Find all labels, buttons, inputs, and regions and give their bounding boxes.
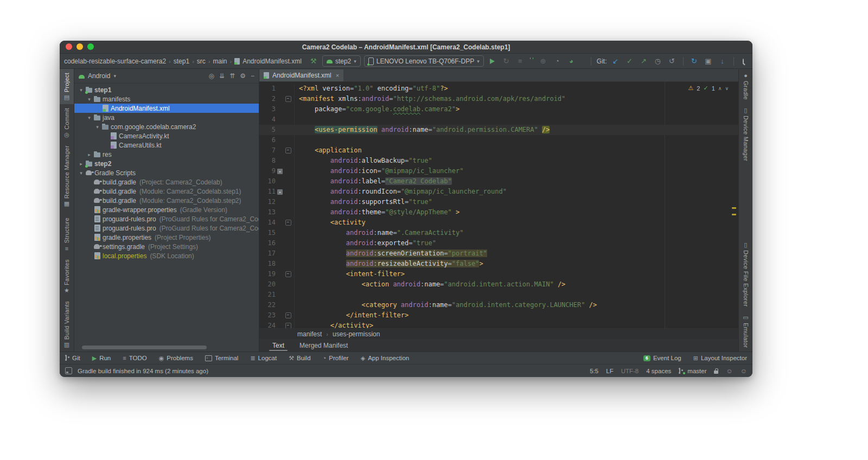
tree-item-step1[interactable]: ▾step1	[74, 85, 259, 94]
tool-window-button-problems[interactable]: ◉Problems	[159, 355, 193, 361]
status-message[interactable]: Gradle build finished in 924 ms (2 minut…	[78, 368, 208, 374]
gradle-sync-icon[interactable]: ↻	[689, 57, 700, 65]
tool-window-button-event-log[interactable]: 6Event Log	[643, 355, 681, 361]
breadcrumb-manifest[interactable]: manifest	[297, 330, 322, 338]
apply-code-changes-icon[interactable]: ≡	[515, 57, 526, 65]
tool-window-button-run[interactable]: ▶Run	[92, 355, 111, 361]
tool-window-button-terminal[interactable]: >Terminal	[205, 355, 238, 361]
image-preview-icon[interactable]: ▴	[277, 189, 283, 195]
breadcrumb-project[interactable]: codelab-resizable-surface-camera2	[64, 58, 166, 65]
stripe-item-build-variants[interactable]: Build Variants▥	[60, 297, 74, 352]
git-history-icon[interactable]: ◷	[653, 57, 663, 65]
stripe-item-commit[interactable]: Commit◎	[60, 104, 74, 142]
tool-window-button-profiler[interactable]: ◔Profiler	[323, 355, 349, 361]
profiler-icon[interactable]: ◔	[552, 57, 563, 65]
tree-item-com-google-codelab-camera2[interactable]: ▾com.google.codelab.camera2	[74, 122, 259, 131]
apply-changes-icon[interactable]: ↻	[501, 57, 512, 65]
next-problem-icon[interactable]: ∨	[725, 86, 729, 91]
close-button[interactable]	[66, 43, 72, 50]
device-manager-icon[interactable]: ▣	[703, 57, 714, 65]
stripe-item-device-file-explorer[interactable]: ▯Device File Explorer	[739, 238, 752, 310]
run-button[interactable]	[490, 59, 495, 64]
stripe-item-emulator[interactable]: ▭Emulator	[739, 311, 752, 352]
breadcrumb-uses-permission[interactable]: uses-permission	[333, 330, 380, 338]
stripe-item-favorites[interactable]: Favorites★	[60, 255, 74, 297]
tree-item-androidmanifest-xml[interactable]: AndroidManifest.xml	[74, 104, 259, 113]
git-push-icon[interactable]: ↗	[639, 57, 649, 65]
tree-item-gradle-properties[interactable]: gradle.properties(Project Properties)	[74, 233, 259, 242]
tool-window-button-git[interactable]: Git	[65, 355, 80, 361]
chevron-down-icon[interactable]: ▾	[113, 73, 116, 79]
analysis-warning-tick[interactable]	[732, 214, 736, 215]
tree-item-build-gradle[interactable]: build.gradle(Project: Camera2_Codelab)	[74, 177, 259, 187]
tool-window-button-logcat[interactable]: ≣Logcat	[250, 355, 277, 361]
editor-tab-androidmanifest[interactable]: AndroidManifest.xml ×	[259, 69, 343, 81]
prev-problem-icon[interactable]: ∧	[718, 86, 722, 91]
profile-run-icon[interactable]: ◕	[566, 57, 577, 65]
tool-window-button-app-inspection[interactable]: ◈App Inspection	[361, 355, 410, 361]
project-error-icon[interactable]: ☺	[741, 367, 747, 375]
stripe-item-project[interactable]: Project▤	[60, 69, 74, 104]
tree-item-gradle-scripts[interactable]: ▾Gradle Scripts	[74, 168, 259, 177]
tree-item-manifests[interactable]: ▾manifests	[74, 94, 259, 104]
tool-window-button-todo[interactable]: ≡TODO	[123, 355, 146, 361]
stripe-item-resource-manager[interactable]: Resource Manager▦	[60, 142, 74, 210]
collapse-all-icon[interactable]: ⇈	[229, 72, 235, 80]
tree-item-proguard-rules-pro[interactable]: proguard-rules.pro(ProGuard Rules for Ca…	[74, 214, 259, 223]
tree-item-cameraactivity-kt[interactable]: CameraActivity.kt	[74, 131, 259, 140]
breadcrumb-step1[interactable]: step1	[174, 58, 189, 65]
tree-item-step2[interactable]: ▸step2	[74, 159, 259, 168]
fold-marker-icon[interactable]: −	[285, 96, 291, 102]
fold-marker-icon[interactable]: −	[285, 271, 291, 277]
analysis-warning-tick[interactable]	[732, 207, 736, 209]
tree-item-java[interactable]: ▾java	[74, 113, 259, 122]
project-view-mode[interactable]: Android	[88, 72, 110, 80]
run-configuration-select[interactable]: step2 ▾	[322, 55, 361, 67]
tree-item-camerautils-kt[interactable]: CameraUtils.kt	[74, 140, 259, 150]
indent-setting[interactable]: 4 spaces	[646, 368, 671, 374]
stripe-item-structure[interactable]: Structure≡	[60, 214, 74, 255]
git-branch-widget[interactable]: master	[679, 368, 706, 374]
settings-icon[interactable]: ⚙	[750, 57, 753, 65]
tree-item-local-properties[interactable]: local.properties(SDK Location)	[74, 251, 259, 260]
tool-window-button-build[interactable]: ⚒Build	[289, 355, 310, 361]
sdk-manager-icon[interactable]: ↓	[717, 57, 728, 65]
locate-file-icon[interactable]: ◎	[209, 72, 214, 80]
tree-item-settings-gradle[interactable]: settings.gradle(Project Settings)	[74, 242, 259, 251]
tree-item-build-gradle[interactable]: build.gradle(Module: Camera2_Codelab.ste…	[74, 187, 259, 196]
file-encoding[interactable]: UTF-8	[621, 368, 639, 374]
breadcrumb-file[interactable]: AndroidManifest.xml	[242, 58, 302, 65]
fold-marker-icon[interactable]: −	[285, 312, 291, 318]
attach-debugger-icon[interactable]: ⊕	[538, 57, 548, 65]
editor-bottom-tab-merged-manifest[interactable]: Merged Manifest	[293, 339, 354, 352]
tree-item-proguard-rules-pro[interactable]: proguard-rules.pro(ProGuard Rules for Ca…	[74, 223, 259, 233]
editor-bottom-tab-text[interactable]: Text	[266, 339, 291, 352]
fold-marker-icon[interactable]: −	[285, 220, 291, 226]
build-hammer-icon[interactable]: ⚒	[308, 57, 319, 65]
caret-position[interactable]: 5:5	[590, 368, 598, 374]
expand-all-icon[interactable]: ⇊	[219, 72, 225, 80]
inspections-widget[interactable]: ⚠ 2 ✓ 1 ∧ ∨	[688, 85, 729, 92]
git-commit-icon[interactable]: ✓	[624, 57, 635, 65]
search-everywhere-icon[interactable]	[743, 59, 744, 64]
zoom-button[interactable]	[87, 43, 94, 50]
tree-item-build-gradle[interactable]: build.gradle(Module: Camera2_Codelab.ste…	[74, 196, 259, 205]
panel-settings-icon[interactable]: ⚙	[240, 72, 246, 80]
tool-window-toggle-icon[interactable]	[65, 367, 72, 374]
tree-item-gradle-wrapper-properties[interactable]: gradle-wrapper.properties(Gradle Version…	[74, 205, 259, 214]
stripe-item-gradle[interactable]: ●Gradle	[739, 69, 752, 104]
close-tab-icon[interactable]: ×	[336, 72, 339, 79]
tool-window-button-layout-inspector[interactable]: ⊞Layout Inspector	[693, 355, 747, 361]
stripe-item-device-manager[interactable]: ▯Device Manager	[739, 104, 752, 165]
horizontal-scrollbar[interactable]	[82, 346, 207, 349]
hide-panel-icon[interactable]: −	[251, 72, 254, 80]
fold-marker-icon[interactable]: −	[285, 148, 291, 154]
git-update-icon[interactable]: ↙	[610, 57, 621, 65]
minimize-button[interactable]	[76, 43, 83, 50]
read-write-lock-icon[interactable]	[714, 370, 718, 374]
ide-error-icon[interactable]: ☺	[726, 367, 732, 375]
line-ending[interactable]: LF	[606, 368, 613, 374]
fold-marker-icon[interactable]: −	[285, 323, 291, 328]
breadcrumb-main[interactable]: main	[213, 58, 227, 65]
code-editor[interactable]: 1<?xml version="1.0" encoding="utf-8"?>2…	[259, 82, 738, 328]
